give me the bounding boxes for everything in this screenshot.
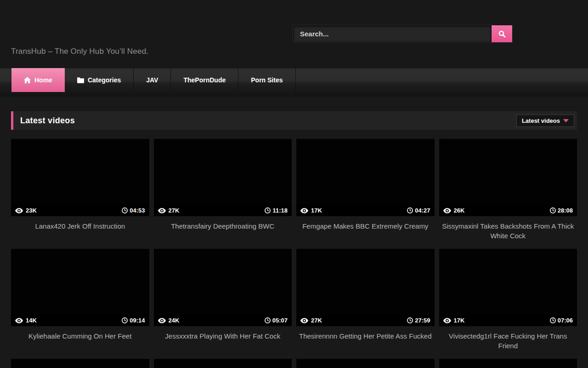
video-card[interactable]: 27K 27:59 Thesirennnn Getting Her Petite… bbox=[296, 249, 435, 352]
clock-icon bbox=[407, 207, 413, 213]
video-title[interactable]: Sissymaxinl Takes Backshots From A Thick… bbox=[439, 216, 577, 242]
duration-value: 09:14 bbox=[130, 317, 145, 324]
video-card[interactable]: 24K 05:07 Jessxxxtra Playing With Her Fa… bbox=[154, 249, 292, 352]
clock-icon bbox=[122, 207, 128, 213]
duration-value: 28:08 bbox=[558, 207, 573, 214]
video-thumbnail[interactable]: 26K 28:08 bbox=[439, 139, 577, 216]
thumbnail-stats: 23K 04:53 bbox=[11, 205, 149, 216]
duration-stat: 07:06 bbox=[550, 317, 573, 324]
video-title[interactable]: Femgape Makes BBC Extremely Creamy bbox=[296, 216, 435, 233]
duration-value: 05:07 bbox=[272, 317, 288, 324]
video-card[interactable]: 17K 04:27 Femgape Makes BBC Extremely Cr… bbox=[296, 139, 435, 242]
nav-item-porn-sites[interactable]: Porn Sites bbox=[238, 68, 295, 92]
main-content: Latest videos Latest videos 23K bbox=[0, 97, 588, 368]
clock-icon bbox=[265, 207, 271, 213]
video-card[interactable]: 23K 04:53 Lanax420 Jerk Off Instruction bbox=[11, 139, 149, 242]
views-count: 23K bbox=[26, 207, 37, 214]
main-navigation: Home Categories JAV ThePornDude Porn Sit… bbox=[0, 68, 588, 97]
section-title: Latest videos bbox=[20, 116, 75, 126]
duration-value: 04:53 bbox=[130, 207, 145, 214]
nav-item-categories[interactable]: Categories bbox=[65, 68, 134, 92]
video-grid: 23K 04:53 Lanax420 Jerk Off Instruction bbox=[11, 139, 577, 368]
section-header: Latest videos Latest videos bbox=[11, 111, 577, 130]
sort-dropdown[interactable]: Latest videos bbox=[516, 115, 574, 127]
video-thumbnail[interactable] bbox=[11, 359, 149, 368]
clock-icon bbox=[407, 317, 413, 323]
duration-stat: 05:07 bbox=[265, 317, 288, 324]
duration-value: 04:27 bbox=[415, 207, 430, 214]
eye-icon bbox=[158, 208, 166, 213]
views-stat: 14K bbox=[15, 317, 37, 324]
eye-icon bbox=[158, 318, 166, 323]
eye-icon bbox=[443, 208, 451, 213]
search-input[interactable] bbox=[293, 25, 492, 42]
thumbnail-stats: 27K 27:59 bbox=[296, 315, 435, 326]
home-icon bbox=[24, 77, 31, 83]
video-title[interactable]: Kyliehaale Cumming On Her Feet bbox=[11, 326, 149, 343]
nav-label: Porn Sites bbox=[251, 76, 283, 84]
views-count: 24K bbox=[169, 317, 180, 324]
duration-value: 11:18 bbox=[272, 207, 288, 214]
video-card[interactable] bbox=[11, 359, 149, 368]
video-thumbnail[interactable] bbox=[296, 359, 435, 368]
video-card[interactable]: 27K 11:18 Thetransfairy Deepthroating BW… bbox=[154, 139, 292, 242]
site-tagline: TransHub – The Only Hub You’ll Need. bbox=[11, 47, 148, 56]
video-card[interactable] bbox=[296, 359, 435, 368]
thumbnail-stats: 17K 07:06 bbox=[439, 315, 577, 326]
duration-stat: 28:08 bbox=[550, 207, 573, 214]
views-count: 17K bbox=[311, 207, 322, 214]
video-card[interactable] bbox=[154, 359, 292, 368]
views-count: 26K bbox=[454, 207, 465, 214]
thumbnail-stats: 26K 28:08 bbox=[439, 205, 577, 216]
duration-stat: 04:27 bbox=[407, 207, 430, 214]
folder-icon bbox=[77, 77, 84, 83]
thumbnail-stats: 24K 05:07 bbox=[154, 315, 292, 326]
search-icon bbox=[498, 30, 506, 38]
video-title[interactable]: Thetransfairy Deepthroating BWC bbox=[154, 216, 292, 233]
video-thumbnail[interactable]: 17K 07:06 bbox=[439, 249, 577, 326]
video-card[interactable]: 17K 07:06 Vivisectedg1rl Face Fucking He… bbox=[439, 249, 577, 352]
views-stat: 23K bbox=[15, 207, 37, 214]
nav-label: JAV bbox=[146, 76, 158, 84]
video-title[interactable]: Lanax420 Jerk Off Instruction bbox=[11, 216, 149, 233]
video-thumbnail[interactable] bbox=[439, 359, 577, 368]
duration-stat: 09:14 bbox=[122, 317, 145, 324]
nav-label: Categories bbox=[88, 76, 121, 84]
video-card[interactable] bbox=[439, 359, 577, 368]
video-thumbnail[interactable]: 24K 05:07 bbox=[154, 249, 292, 326]
views-count: 17K bbox=[454, 317, 465, 324]
clock-icon bbox=[122, 317, 128, 323]
eye-icon bbox=[300, 318, 308, 323]
nav-label: Home bbox=[34, 76, 52, 84]
nav-item-home[interactable]: Home bbox=[11, 68, 65, 92]
search-button[interactable] bbox=[492, 25, 512, 42]
nav-label: ThePornDude bbox=[183, 76, 226, 84]
views-count: 27K bbox=[169, 207, 180, 214]
video-title[interactable]: Vivisectedg1rl Face Fucking Her Trans Fr… bbox=[439, 326, 577, 352]
video-thumbnail[interactable]: 14K 09:14 bbox=[11, 249, 149, 326]
video-thumbnail[interactable]: 17K 04:27 bbox=[296, 139, 435, 216]
video-thumbnail[interactable]: 23K 04:53 bbox=[11, 139, 149, 216]
nav-item-jav[interactable]: JAV bbox=[134, 68, 171, 92]
eye-icon bbox=[15, 208, 23, 213]
views-count: 27K bbox=[311, 317, 322, 324]
video-thumbnail[interactable] bbox=[154, 359, 292, 368]
video-title[interactable]: Jessxxxtra Playing With Her Fat Cock bbox=[154, 326, 292, 343]
duration-value: 27:59 bbox=[415, 317, 430, 324]
nav-item-theporndude[interactable]: ThePornDude bbox=[171, 68, 238, 92]
sort-dropdown-label: Latest videos bbox=[522, 117, 560, 124]
views-stat: 17K bbox=[443, 317, 465, 324]
duration-value: 07:06 bbox=[558, 317, 573, 324]
video-card[interactable]: 14K 09:14 Kyliehaale Cumming On Her Feet bbox=[11, 249, 149, 352]
video-thumbnail[interactable]: 27K 27:59 bbox=[296, 249, 435, 326]
duration-stat: 04:53 bbox=[122, 207, 145, 214]
views-stat: 27K bbox=[300, 317, 322, 324]
views-stat: 24K bbox=[158, 317, 180, 324]
site-header: TransHub – The Only Hub You’ll Need. bbox=[0, 0, 588, 68]
eye-icon bbox=[443, 318, 451, 323]
video-thumbnail[interactable]: 27K 11:18 bbox=[154, 139, 292, 216]
video-title[interactable]: Thesirennnn Getting Her Petite Ass Fucke… bbox=[296, 326, 435, 343]
search-bar bbox=[293, 25, 512, 42]
views-count: 14K bbox=[26, 317, 37, 324]
video-card[interactable]: 26K 28:08 Sissymaxinl Takes Backshots Fr… bbox=[439, 139, 577, 242]
